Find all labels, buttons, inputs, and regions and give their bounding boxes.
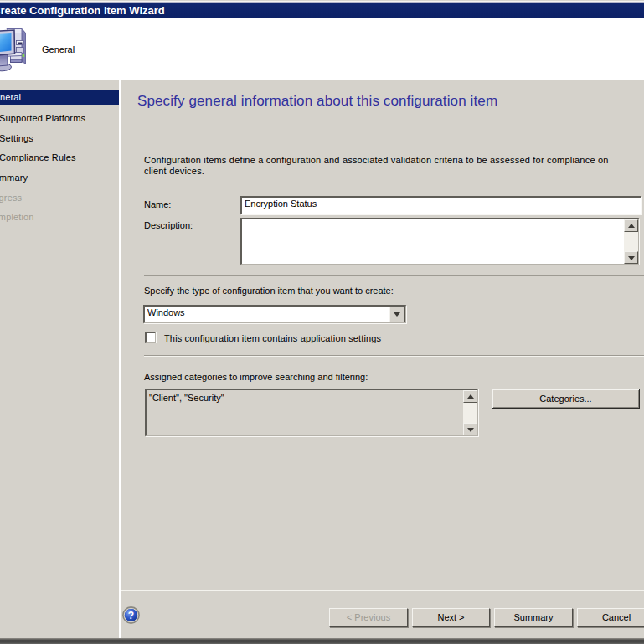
svg-text:?: ?	[128, 610, 134, 621]
